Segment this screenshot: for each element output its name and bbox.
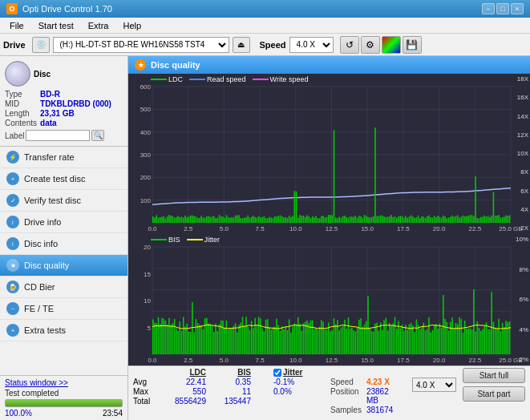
chart1-container: LDC Read speed Write speed 18X16X14X12X1… (128, 74, 530, 234)
cd-bier-icon: 🍺 (6, 281, 19, 293)
menu-start-test[interactable]: Start test (32, 19, 80, 32)
contents-value: data (40, 119, 123, 127)
type-label: Type (5, 90, 37, 99)
avg-jitter: -0.1% (273, 378, 318, 386)
chart2-y-axis-right: 10%8%6%4%2% (512, 234, 528, 365)
chart1-y-axis-right: 18X16X14X12X10X8X6X4X2X (512, 74, 528, 233)
chart2-legend: BIS Jitter (151, 236, 220, 244)
nav-transfer-rate[interactable]: ⚡ Transfer rate (0, 147, 127, 168)
label-search-button[interactable]: 🔍 (91, 130, 104, 141)
nav-disc-quality-label: Disc quality (24, 260, 69, 270)
menu-help[interactable]: Help (116, 19, 148, 32)
nav-disc-quality[interactable]: ★ Disc quality (0, 255, 127, 277)
chart1-legend: LDC Read speed Write speed (151, 75, 308, 83)
chart2-container: BIS Jitter 10%8%6%4%2% (128, 234, 530, 365)
disc-quality-title: Disc quality (151, 60, 200, 70)
time-label: 23:54 (103, 409, 123, 418)
jitter-check[interactable] (273, 369, 281, 377)
legend-bis: BIS (168, 236, 180, 244)
close-button[interactable]: × (511, 3, 524, 14)
label-label: Label (5, 131, 24, 140)
chart1-canvas (128, 74, 530, 234)
transfer-rate-icon: ⚡ (6, 151, 19, 164)
chart2-canvas (128, 234, 530, 365)
legend-read-speed: Read speed (207, 75, 246, 83)
nav-drive-info[interactable]: i Drive info (0, 212, 127, 233)
eject-button[interactable]: ⏏ (233, 37, 250, 53)
speed-select[interactable]: 4.0 X 1.0 X 2.0 X 6.0 X 8.0 X (289, 37, 334, 53)
disc-quality-header: ★ Disc quality (128, 56, 530, 74)
nav-extra-tests[interactable]: + Extra tests (0, 320, 127, 341)
nav-fe-te-label: FE / TE (24, 304, 54, 313)
extra-tests-icon: + (6, 324, 19, 337)
disc-icon (5, 61, 30, 87)
nav-drive-info-label: Drive info (24, 217, 61, 227)
nav-list: ⚡ Transfer rate + Create test disc ✓ Ver… (0, 147, 127, 375)
col-bis: BIS (209, 368, 251, 377)
create-test-disc-icon: + (6, 172, 19, 185)
max-bis: 11 (209, 387, 251, 396)
nav-create-test-disc[interactable]: + Create test disc (0, 168, 127, 190)
drive-bar: Drive 💿 (H:) HL-DT-ST BD-RE WH16NS58 TST… (0, 34, 530, 56)
avg-label: Avg (133, 378, 161, 386)
app-icon: O (6, 3, 18, 14)
color-button[interactable] (382, 36, 401, 54)
disc-info-icon: i (6, 237, 19, 250)
legend-ldc: LDC (168, 75, 183, 83)
speed-label: Speed (260, 40, 286, 50)
progress-fill (6, 400, 122, 406)
minimize-button[interactable]: − (482, 3, 495, 14)
status-window-button[interactable]: Status window >> (5, 378, 123, 387)
status-text: Test completed (5, 389, 123, 398)
type-value: BD-R (40, 90, 123, 99)
maximize-button[interactable]: □ (496, 3, 509, 14)
nav-fe-te[interactable]: ~ FE / TE (0, 298, 127, 320)
contents-label: Contents (5, 119, 37, 127)
drive-type-icon: 💿 (32, 37, 50, 53)
mid-value: TDKBLDRBD (000) (40, 99, 123, 108)
progress-bar (5, 399, 123, 407)
charts-area: LDC Read speed Write speed 18X16X14X12X1… (128, 74, 530, 365)
app-title: Opti Drive Control 1.70 (22, 4, 112, 14)
nav-cd-bier-label: CD Bier (24, 282, 55, 292)
stats-bar: LDC BIS Jitter Avg 22.41 0.35 -0.1% (128, 365, 530, 420)
avg-bis: 0.35 (209, 378, 251, 386)
length-label: Length (5, 109, 37, 118)
drive-select[interactable]: (H:) HL-DT-ST BD-RE WH16NS58 TST4 (53, 37, 229, 53)
nav-cd-bier[interactable]: 🍺 CD Bier (0, 277, 127, 298)
drive-label: Drive (3, 40, 26, 50)
menu-file[interactable]: File (3, 19, 30, 32)
col-ldc: LDC (164, 368, 206, 377)
menu-extra[interactable]: Extra (82, 19, 115, 32)
settings-button[interactable]: ⚙ (361, 36, 380, 54)
position-key: Position (330, 387, 362, 405)
title-bar: O Opti Drive Control 1.70 − □ × (0, 0, 530, 18)
max-ldc: 550 (164, 387, 206, 396)
total-bis: 135447 (209, 397, 251, 406)
nav-verify-test-disc[interactable]: ✓ Verify test disc (0, 190, 127, 212)
start-full-button[interactable]: Start full (463, 368, 525, 383)
status-bar: Status window >> Test completed 100.0% 2… (0, 375, 127, 420)
nav-disc-info[interactable]: i Disc info (0, 233, 127, 255)
start-part-button[interactable]: Start part (463, 386, 525, 402)
jitter-checkbox[interactable]: Jitter (273, 368, 318, 377)
nav-extra-tests-label: Extra tests (24, 325, 66, 335)
max-jitter: 0.0% (273, 387, 318, 396)
disc-quality-header-icon: ★ (135, 59, 146, 71)
sidebar: Disc Type BD-R MID TDKBLDRBD (000) Lengt… (0, 56, 128, 420)
verify-test-disc-icon: ✓ (6, 194, 19, 207)
speed-val: 4.23 X (366, 378, 403, 386)
save-button[interactable]: 💾 (403, 36, 422, 54)
refresh-button[interactable]: ↺ (340, 36, 359, 54)
speed-info: Speed 4.23 X Position 23862 MB Samples 3… (330, 378, 403, 414)
menu-bar: File Start test Extra Help (0, 18, 530, 34)
nav-transfer-rate-label: Transfer rate (24, 152, 75, 162)
progress-label: 100.0% (5, 409, 32, 418)
disc-quality-icon: ★ (6, 259, 19, 272)
jitter-label: Jitter (283, 368, 302, 377)
samples-key: Samples (330, 406, 362, 414)
col-empty (133, 368, 161, 377)
label-input[interactable] (26, 130, 90, 141)
total-ldc: 8556429 (164, 397, 206, 406)
speed-selector[interactable]: 4.0 X (412, 378, 456, 392)
